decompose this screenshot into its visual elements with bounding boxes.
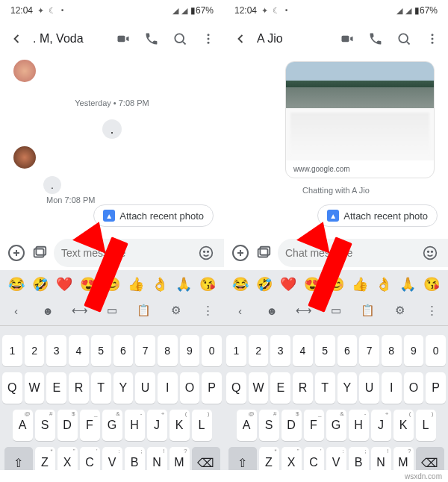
key[interactable]: X" xyxy=(57,447,78,470)
sticker-icon[interactable]: ☻ xyxy=(261,300,282,321)
key[interactable]: H- xyxy=(349,410,369,441)
key[interactable]: O xyxy=(180,372,200,404)
key[interactable]: 8 xyxy=(382,335,402,366)
key[interactable]: 7 xyxy=(359,335,379,366)
clipboard-icon[interactable]: 📋 xyxy=(358,300,379,321)
more-icon[interactable]: ⋮ xyxy=(197,300,218,321)
search-icon[interactable] xyxy=(394,29,414,48)
message-input[interactable] xyxy=(61,247,192,259)
key[interactable]: A@ xyxy=(13,410,33,441)
key[interactable]: W xyxy=(25,372,45,404)
key[interactable]: X" xyxy=(281,447,302,470)
key[interactable]: T xyxy=(315,372,335,404)
key[interactable]: K( xyxy=(393,410,414,441)
conversation-title[interactable]: . M, Voda xyxy=(33,32,108,46)
key[interactable]: H- xyxy=(125,410,145,441)
more-icon[interactable] xyxy=(199,29,218,48)
key[interactable]: A@ xyxy=(237,410,257,441)
call-icon[interactable] xyxy=(142,29,161,48)
key[interactable]: 8 xyxy=(158,335,178,366)
key[interactable]: ⌫ xyxy=(192,447,220,470)
key[interactable]: 6 xyxy=(113,335,134,366)
emoji-key[interactable]: 😊 xyxy=(328,276,344,292)
key[interactable]: G& xyxy=(326,410,346,441)
key[interactable]: 6 xyxy=(337,335,358,366)
key[interactable]: P xyxy=(202,372,222,404)
attach-photo-chip[interactable]: ▲ Attach recent photo xyxy=(317,204,438,227)
cursor-icon[interactable]: ⟷ xyxy=(293,300,314,321)
key[interactable]: C' xyxy=(80,447,100,470)
key[interactable]: 5 xyxy=(315,335,335,366)
sticker-icon[interactable]: ☻ xyxy=(37,300,58,321)
more-icon[interactable]: ⋮ xyxy=(421,300,442,321)
chevron-left-icon[interactable]: ‹ xyxy=(5,300,26,321)
key[interactable]: Y xyxy=(113,372,134,404)
emoji-key[interactable]: 👌 xyxy=(152,276,168,292)
key[interactable]: F_ xyxy=(80,410,100,441)
key[interactable]: U xyxy=(359,372,379,404)
key[interactable]: R xyxy=(69,372,89,404)
key[interactable]: D$ xyxy=(57,410,78,441)
emoji-key[interactable]: 🙏 xyxy=(399,276,416,292)
message-bubble[interactable]: . xyxy=(10,119,214,139)
key[interactable]: L) xyxy=(416,410,436,441)
key[interactable]: S# xyxy=(259,410,279,441)
emoji-key[interactable]: 🙏 xyxy=(175,276,192,292)
key[interactable]: Z* xyxy=(259,447,279,470)
video-call-icon[interactable] xyxy=(337,29,357,48)
key[interactable]: N! xyxy=(371,447,391,470)
message-input-wrap[interactable] xyxy=(54,239,224,267)
key[interactable]: 3 xyxy=(46,335,66,366)
key[interactable]: V: xyxy=(102,447,122,470)
key[interactable]: 7 xyxy=(135,335,155,366)
key[interactable]: U xyxy=(135,372,155,404)
call-icon[interactable] xyxy=(366,29,385,48)
conversation-area[interactable]: Yesterday • 7:08 PM . . Mon 7:08 PM xyxy=(0,57,224,198)
cursor-icon[interactable]: ⟷ xyxy=(69,300,90,321)
key[interactable]: 1 xyxy=(226,335,246,366)
key[interactable]: N! xyxy=(147,447,167,470)
key[interactable]: 5 xyxy=(91,335,111,366)
key[interactable]: ⇧ xyxy=(4,447,33,470)
emoji-key[interactable]: 🤣 xyxy=(256,276,273,292)
key[interactable]: 3 xyxy=(270,335,290,366)
search-icon[interactable] xyxy=(170,29,190,48)
key[interactable]: Q xyxy=(2,372,22,404)
key[interactable]: D$ xyxy=(281,410,302,441)
key[interactable]: V: xyxy=(326,447,346,470)
key[interactable]: B; xyxy=(125,447,145,470)
message-input-wrap[interactable] xyxy=(278,239,448,267)
key[interactable]: Y xyxy=(337,372,358,404)
key[interactable]: L) xyxy=(192,410,212,441)
emoji-key[interactable]: ❤️ xyxy=(280,276,296,292)
attach-photo-chip[interactable]: ▲ Attach recent photo xyxy=(93,204,214,227)
emoji-key[interactable]: 😂 xyxy=(8,276,25,292)
video-call-icon[interactable] xyxy=(113,29,133,48)
avatar[interactable] xyxy=(13,60,36,82)
message-bubble[interactable]: . xyxy=(43,176,61,194)
key[interactable]: I xyxy=(158,372,178,404)
key[interactable]: Q xyxy=(226,372,246,404)
key[interactable]: ⌫ xyxy=(416,447,444,470)
avatar[interactable] xyxy=(13,146,36,169)
key[interactable]: E xyxy=(46,372,66,404)
emoji-key[interactable]: 🤣 xyxy=(32,276,49,292)
emoji-key[interactable]: 😂 xyxy=(232,276,249,292)
key[interactable]: T xyxy=(91,372,111,404)
key[interactable]: B; xyxy=(349,447,369,470)
key[interactable]: M? xyxy=(169,447,190,470)
key[interactable]: Z* xyxy=(35,447,55,470)
message-input[interactable] xyxy=(285,247,416,259)
emoji-key[interactable]: 👌 xyxy=(376,276,392,292)
emoji-key[interactable]: 😘 xyxy=(423,276,440,292)
key[interactable]: J+ xyxy=(371,410,391,441)
key[interactable]: J+ xyxy=(147,410,167,441)
conversation-area[interactable]: www.google.com Chatting with A Jio xyxy=(224,57,448,198)
back-button[interactable] xyxy=(6,28,27,49)
key[interactable]: I xyxy=(382,372,402,404)
key[interactable]: R xyxy=(293,372,313,404)
key[interactable]: 4 xyxy=(69,335,89,366)
back-button[interactable] xyxy=(230,28,251,49)
key[interactable]: P xyxy=(426,372,446,404)
key[interactable]: 9 xyxy=(404,335,424,366)
